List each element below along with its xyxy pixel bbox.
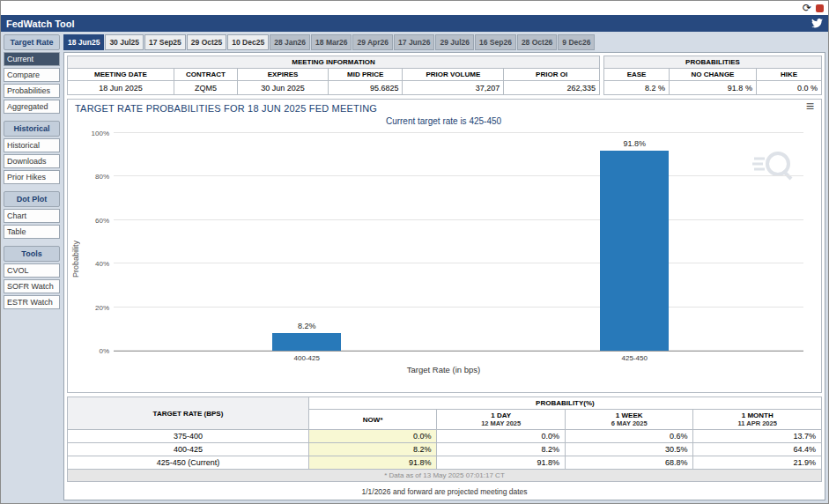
prob-cell: 64.4% [693, 443, 822, 456]
gridline: 20% [114, 307, 803, 308]
col-header-line2: 12 MAY 2025 [442, 419, 559, 427]
prob-cell: 21.9% [693, 456, 822, 470]
sidebar-item-estr-watch[interactable]: ESTR Watch [4, 295, 60, 309]
probabilities-header-0: EASE [604, 69, 670, 81]
meeting-info-value-3: 95.6825 [328, 81, 403, 95]
meeting-info-header-4: PRIOR VOLUME [403, 69, 504, 81]
tab-10-dec25[interactable]: 10 Dec25 [227, 34, 269, 50]
probabilities-header-1: NO CHANGE [670, 69, 757, 81]
chart-menu-icon[interactable]: ≡ [806, 100, 814, 114]
tab-18-jun25[interactable]: 18 Jun25 [63, 34, 104, 50]
sidebar-item-cvol[interactable]: CVOL [4, 263, 60, 278]
sidebar-item-chart[interactable]: Chart [4, 209, 60, 223]
data-asof-note: * Data as of 13 May 2025 07:01:17 CT [68, 470, 822, 482]
sidebar-header-historical: Historical [4, 121, 60, 137]
sidebar-item-historical[interactable]: Historical [4, 138, 60, 152]
chart-xticks: 400-425425-450 [114, 352, 803, 364]
col-header-line1: 1 MONTH [699, 411, 816, 419]
probabilities-value-2: 0.0 % [756, 81, 821, 95]
meeting-info-value-4: 37,207 [403, 81, 504, 95]
y-tick-label: 60% [95, 216, 114, 224]
bar-value-label: 8.2% [298, 322, 316, 330]
sidebar-item-compare[interactable]: Compare [4, 68, 60, 82]
prob-cell: 8.2% [437, 443, 566, 456]
tab-28-oct26[interactable]: 28 Oct26 [517, 34, 557, 50]
main-panel: MEETING INFORMATION MEETING DATECONTRACT… [63, 52, 825, 500]
bar-425-450[interactable]: 91.8% [600, 151, 669, 351]
tab-29-apr26[interactable]: 29 Apr26 [352, 34, 393, 50]
prob-col-header-1-month: 1 MONTH11 APR 2025 [693, 410, 822, 430]
probabilities-table: PROBABILITIES EASENO CHANGEHIKE 8.2 %91.… [603, 56, 822, 95]
cme-logo-watermark [752, 145, 793, 189]
meeting-info-value-0: 18 Jun 2025 [68, 81, 174, 95]
tab-30-jul25[interactable]: 30 Jul25 [105, 34, 144, 50]
prob-row-425-450-current: 425-450 (Current)91.8%91.8%68.8%21.9% [68, 456, 822, 470]
prob-cell: 91.8% [437, 456, 566, 470]
meeting-info-value-2: 30 Jun 2025 [238, 81, 329, 95]
prob-cell: 68.8% [565, 456, 693, 470]
target-rate-cell: 375-400 [68, 430, 309, 443]
prob-col-header-now: NOW* [308, 410, 437, 430]
tab-9-dec26[interactable]: 9 Dec26 [558, 34, 595, 50]
meeting-info-header-0: MEETING DATE [68, 69, 174, 81]
meeting-info-title: MEETING INFORMATION [68, 56, 600, 69]
probabilities-value-row: 8.2 %91.8 %0.0 % [604, 81, 822, 95]
prob-cell: 0.6% [565, 430, 693, 443]
browser-strip: ⟳ [1, 1, 828, 15]
tab-17-jun26[interactable]: 17 Jun26 [394, 34, 434, 50]
tab-29-oct25[interactable]: 29 Oct25 [187, 34, 226, 50]
sidebar-item-table[interactable]: Table [4, 225, 60, 239]
chart-title: TARGET RATE PROBABILITIES FOR 18 JUN 202… [75, 103, 812, 114]
tab-28-jan26[interactable]: 28 Jan26 [270, 34, 310, 50]
twitter-icon[interactable] [811, 19, 823, 28]
prob-row-400-425: 400-4258.2%8.2%30.5%64.4% [68, 443, 822, 456]
refresh-icon[interactable]: ⟳ [803, 3, 811, 13]
tab-16-sep26[interactable]: 16 Sep26 [475, 34, 516, 50]
col-header-line1: 1 DAY [442, 411, 559, 419]
prob-col-header-1-day: 1 DAY12 MAY 2025 [437, 410, 566, 430]
sidebar-item-prior-hikes[interactable]: Prior Hikes [4, 170, 60, 184]
prob-cell: 30.5% [565, 443, 693, 456]
meeting-info-header-2: EXPIRES [238, 69, 329, 81]
probabilities-header-row: EASENO CHANGEHIKE [604, 69, 822, 81]
prob-cell: 13.7% [693, 430, 822, 443]
probability-history-table: TARGET RATE (BPS) PROBABILITY(%) NOW*1 D… [67, 397, 822, 482]
gridline: 40% [114, 263, 803, 263]
sidebar-item-current[interactable]: Current [4, 52, 60, 66]
sidebar-item-aggregated[interactable]: Aggregated [4, 100, 60, 114]
prob-col-header-1-week: 1 WEEK6 MAY 2025 [565, 410, 693, 430]
x-axis-title: Target Rate (in bps) [75, 365, 812, 374]
tab-17-sep25[interactable]: 17 Sep25 [144, 34, 186, 50]
bar-value-label: 91.8% [623, 139, 646, 148]
y-axis-title: Probability [71, 241, 80, 278]
probability-group-header: PROBABILITY(%) [308, 397, 821, 410]
sidebar: Target RateCurrentCompareProbabilitiesAg… [4, 34, 60, 500]
x-tick-label: 425-450 [621, 354, 647, 362]
gridline: 60% [114, 219, 803, 220]
sidebar-item-sofr-watch[interactable]: SOFR Watch [4, 279, 60, 293]
gridline: 0% [114, 350, 803, 351]
tab-29-jul26[interactable]: 29 Jul26 [435, 34, 474, 50]
meeting-info-header-1: CONTRACT [174, 69, 237, 81]
meeting-info-value-5: 262,335 [504, 81, 600, 95]
target-rate-cell: 425-450 (Current) [68, 456, 309, 470]
sidebar-header-target-rate: Target Rate [4, 34, 60, 50]
gridline: 100% [114, 132, 803, 133]
target-rate-cell: 400-425 [68, 443, 309, 456]
y-tick-label: 80% [95, 173, 114, 181]
chart-subtitle: Current target rate is 425-450 [75, 116, 812, 126]
chart-panel: TARGET RATE PROBABILITIES FOR 18 JUN 202… [67, 99, 822, 393]
col-header-line2: 6 MAY 2025 [571, 419, 688, 427]
col-header-line2: 11 APR 2025 [699, 419, 816, 427]
bar-400-425[interactable]: 8.2% [272, 333, 341, 351]
prob-cell: 91.8% [308, 456, 437, 470]
content-area: Target RateCurrentCompareProbabilitiesAg… [1, 32, 828, 503]
tab-18-mar26[interactable]: 18 Mar26 [311, 34, 352, 50]
projected-dates-note: 1/1/2026 and forward are projected meeti… [67, 485, 822, 497]
probabilities-title: PROBABILITIES [604, 56, 822, 69]
probabilities-value-1: 91.8 % [670, 81, 757, 95]
probabilities-value-0: 8.2 % [604, 81, 670, 95]
sidebar-item-downloads[interactable]: Downloads [4, 154, 60, 168]
sidebar-item-probabilities[interactable]: Probabilities [4, 84, 60, 98]
red-badge-icon[interactable] [816, 4, 824, 12]
